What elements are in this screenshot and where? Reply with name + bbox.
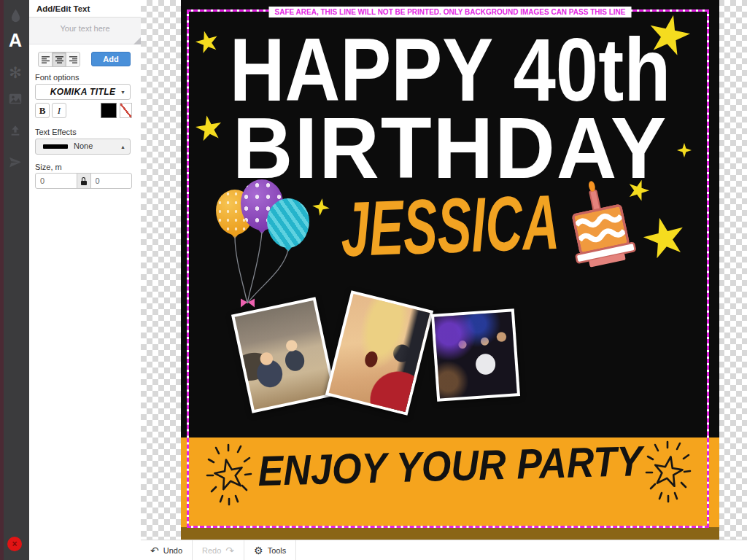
add-text-button[interactable]: Add [91, 52, 131, 66]
close-icon: × [12, 539, 17, 549]
text-effects-label: Text Effects [35, 128, 77, 136]
photo-toddlers[interactable] [231, 297, 336, 413]
size-height-input[interactable] [90, 173, 133, 189]
bold-icon: B [39, 105, 46, 117]
italic-button[interactable]: I [52, 103, 66, 118]
doodle-star-right [645, 438, 692, 505]
gear-icon: ⚙ [254, 545, 263, 556]
effect-selected-value: None [74, 141, 93, 150]
snowflake-icon: ✻ [9, 65, 22, 80]
align-left-button[interactable] [38, 52, 53, 67]
images-tool-button[interactable] [1, 88, 29, 109]
design-canvas[interactable]: HAPPY 40th BIRTHDAY JESSICA [141, 0, 747, 560]
photo-party-group[interactable] [431, 308, 520, 402]
redo-button[interactable]: Redo ↷ [193, 540, 244, 560]
safe-area-notice: SAFE AREA, THIS LINE WILL NOT BE PRINTED… [269, 7, 632, 18]
bleed-dim-strip [181, 527, 719, 540]
undo-button[interactable]: ↶ Undo [141, 540, 193, 560]
chevron-down-icon: ▼ [120, 90, 125, 95]
text-tool-icon: A [9, 30, 22, 51]
banner-title[interactable]: HAPPY 40th BIRTHDAY [181, 29, 719, 189]
image-icon [9, 93, 22, 104]
font-family-select[interactable]: KOMIKA TITLE ▼ [35, 84, 131, 100]
bold-button[interactable]: B [35, 103, 50, 118]
align-left-icon [42, 53, 50, 66]
color-drop-tool-button[interactable] [1, 4, 29, 26]
photo-girl-yawning[interactable] [325, 290, 433, 416]
upload-icon [9, 125, 21, 136]
tools-button[interactable]: ⚙ Tools [244, 540, 296, 560]
redo-icon: ↷ [225, 545, 234, 556]
effects-tool-button[interactable]: ✻ [1, 61, 29, 83]
send-tool-button[interactable] [1, 152, 29, 174]
add-edit-text-panel: Add/Edit Text Add Font options [29, 0, 141, 560]
size-label: Size, m [35, 163, 62, 171]
no-color-swatch[interactable] [120, 103, 132, 118]
chevron-up-icon: ▲ [120, 144, 125, 149]
font-name-value: KOMIKA TITLE [36, 85, 130, 99]
text-align-group [38, 52, 80, 67]
align-right-button[interactable] [66, 52, 80, 67]
pink-bow [241, 298, 255, 308]
canvas-toolbar: ↶ Undo Redo ↷ ⚙ Tools [141, 540, 747, 560]
undo-icon: ↶ [150, 545, 159, 556]
size-controls [35, 173, 132, 189]
italic-icon: I [58, 105, 61, 117]
text-color-swatch[interactable] [101, 103, 117, 118]
font-options-label: Font options [35, 73, 80, 82]
undo-label: Undo [163, 546, 182, 555]
text-tool-button[interactable]: A [1, 29, 29, 51]
panel-title: Add/Edit Text [36, 4, 90, 13]
size-width-input[interactable] [35, 173, 77, 189]
redo-label: Redo [202, 546, 221, 555]
tools-label: Tools [268, 546, 287, 555]
banner-artboard[interactable]: HAPPY 40th BIRTHDAY JESSICA [181, 0, 719, 540]
align-center-icon [55, 53, 63, 66]
align-center-button[interactable] [52, 52, 66, 67]
banner-title-line2: BIRTHDAY [189, 109, 711, 189]
banner-editor: A ✻ × Add/Edit Text [0, 0, 747, 560]
textarea-resize-handle[interactable] [133, 37, 141, 44]
tool-sidebar: A ✻ × [0, 0, 29, 560]
paper-plane-icon [9, 157, 22, 168]
effect-preview-bar [43, 144, 68, 149]
doodle-star-left [206, 440, 252, 508]
text-effect-select[interactable]: None ▲ [35, 139, 131, 155]
banner-title-line1: HAPPY 40th [219, 29, 682, 112]
text-input[interactable] [29, 18, 141, 44]
upload-tool-button[interactable] [1, 120, 29, 141]
align-right-icon [69, 53, 77, 66]
aspect-lock-button[interactable] [77, 173, 91, 189]
close-editor-button[interactable]: × [7, 537, 22, 551]
droplet-icon [10, 9, 21, 23]
